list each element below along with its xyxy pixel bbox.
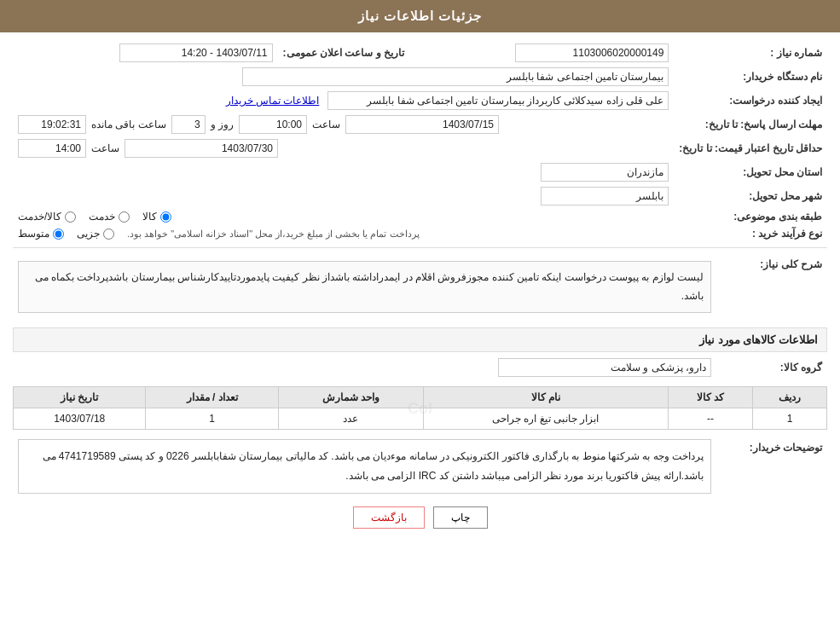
- cell-row: 1: [753, 408, 827, 430]
- type-label: طبقه بندی موضوعی:: [674, 208, 827, 225]
- goods-table-body: 1--ابزار جانبی تیغ اره جراحیعدد11403/07/…: [14, 408, 827, 430]
- goods-table-header-row: ردیف کد کالا نام کالا واحد شمارش تعداد /…: [14, 387, 827, 408]
- price-date: 1403/07/30: [125, 139, 278, 158]
- response-deadline-label: مهلت ارسال پاسخ: تا تاریخ:: [674, 113, 827, 136]
- col-header-date: تاریخ نیاز: [14, 387, 146, 408]
- city-value: بابلسر: [541, 187, 669, 205]
- need-number-label: شماره نیاز :: [674, 41, 827, 65]
- cell-code: --: [668, 408, 752, 430]
- process-radio-group: متوسط جزیی: [18, 228, 114, 240]
- row-province: استان محل تحویل: مازندران: [13, 160, 827, 184]
- goods-table-head: ردیف کد کالا نام کالا واحد شمارش تعداد /…: [14, 387, 827, 408]
- announce-value: 1403/07/11 - 14:20: [119, 43, 273, 62]
- page-wrapper: جزئیات اطلاعات نیاز شماره نیاز : 1103006…: [0, 0, 840, 625]
- goods-group-table: گروه کالا: دارو، پزشکی و سلامت: [13, 356, 827, 379]
- page-header: جزئیات اطلاعات نیاز: [0, 0, 840, 32]
- type-option-goods-label: کالا: [142, 211, 157, 223]
- page-title: جزئیات اطلاعات نیاز: [358, 9, 482, 23]
- row-buyer-note: توضیحات خریدار: پرداخت وجه به شرکتها منو…: [13, 437, 827, 496]
- col-header-name: نام کالا: [423, 387, 668, 408]
- process-label: نوع فرآیند خرید :: [674, 225, 827, 242]
- type-option-goods-service-label: کالا/خدمت: [18, 211, 61, 223]
- row-type: طبقه بندی موضوعی: کالا/خدمت خدمت کالا: [13, 208, 827, 225]
- cell-unit: عدد: [278, 408, 423, 430]
- buyer-note-label: توضیحات خریدار:: [716, 437, 827, 496]
- cell-name: ابزار جانبی تیغ اره جراحی: [423, 408, 668, 430]
- cell-quantity: 1: [146, 408, 278, 430]
- announce-label: تاریخ و ساعت اعلان عمومی:: [278, 41, 409, 65]
- row-price-deadline: حداقل تاریخ اعتبار قیمت: تا تاریخ: 14:00…: [13, 136, 827, 160]
- response-days: 3: [171, 115, 206, 134]
- col-header-row: ردیف: [753, 387, 827, 408]
- process-option-minor[interactable]: جزیی: [77, 228, 114, 240]
- process-option-medium-label: متوسط: [18, 228, 49, 240]
- col-header-unit: واحد شمارش: [278, 387, 423, 408]
- price-deadline-label: حداقل تاریخ اعتبار قیمت: تا تاریخ:: [674, 136, 827, 160]
- row-description: شرح کلی نیاز: لیست لوازم به پیوست درخواس…: [13, 253, 827, 321]
- type-radio-goods-service[interactable]: [65, 211, 76, 223]
- buyer-name-label: نام دستگاه خریدار:: [674, 65, 827, 89]
- goods-table-container: Col ردیف کد کالا نام کالا واحد شمارش تعد…: [13, 386, 827, 430]
- creator-link[interactable]: اطلاعات تماس خریدار: [226, 95, 320, 107]
- description-text: لیست لوازم به پیوست درخواست اینکه تامین …: [18, 261, 711, 313]
- province-value: مازندران: [541, 163, 669, 182]
- button-row: بازگشت چاپ: [13, 506, 827, 529]
- type-radio-group: کالا/خدمت خدمت کالا: [18, 211, 669, 223]
- row-process: نوع فرآیند خرید : متوسط جزیی: [13, 225, 827, 242]
- province-label: استان محل تحویل:: [674, 160, 827, 184]
- price-time: 14:00: [18, 139, 86, 158]
- creator-label: ایجاد کننده درخواست:: [674, 89, 827, 113]
- type-radio-service[interactable]: [119, 211, 130, 223]
- process-option-minor-label: جزیی: [77, 228, 100, 240]
- response-remaining-label: ساعت باقی مانده: [91, 119, 166, 130]
- price-time-label: ساعت: [91, 142, 119, 154]
- content-area: شماره نیاز : 1103006020000149 تاریخ و سا…: [0, 32, 840, 544]
- table-row: 1--ابزار جانبی تیغ اره جراحیعدد11403/07/…: [14, 408, 827, 430]
- city-label: شهر محل تحویل:: [674, 184, 827, 208]
- type-option-service[interactable]: خدمت: [89, 211, 130, 223]
- process-note: پرداخت تمام یا بخشی از مبلغ خرید،از محل …: [127, 229, 420, 240]
- buyer-note-text: پرداخت وجه به شرکتها منوط به بارگذاری فا…: [18, 439, 711, 494]
- goods-group-label: گروه کالا:: [716, 356, 827, 379]
- type-option-goods-service[interactable]: کالا/خدمت: [18, 211, 76, 223]
- buyer-name-value: بیمارستان تامین اجتماعی شفا بابلسر: [242, 67, 669, 86]
- info-table: شماره نیاز : 1103006020000149 تاریخ و سا…: [13, 41, 827, 242]
- process-radio-medium[interactable]: [53, 229, 64, 240]
- description-table: شرح کلی نیاز: لیست لوازم به پیوست درخواس…: [13, 253, 827, 321]
- divider-1: [13, 247, 827, 248]
- type-option-goods[interactable]: کالا: [142, 211, 171, 223]
- row-buyer-name: نام دستگاه خریدار: بیمارستان تامین اجتما…: [13, 65, 827, 89]
- creator-value: علی قلی زاده سیدکلائی کاربرداز بیمارستان…: [327, 91, 669, 110]
- description-label: شرح کلی نیاز:: [716, 253, 827, 321]
- type-option-service-label: خدمت: [89, 211, 115, 223]
- goods-table: ردیف کد کالا نام کالا واحد شمارش تعداد /…: [13, 386, 827, 430]
- row-city: شهر محل تحویل: بابلسر: [13, 184, 827, 208]
- response-time-label: ساعت: [312, 119, 340, 130]
- response-time: 10:00: [239, 115, 307, 134]
- row-response-deadline: مهلت ارسال پاسخ: تا تاریخ: 19:02:31 ساعت…: [13, 113, 827, 136]
- process-option-medium[interactable]: متوسط: [18, 228, 64, 240]
- col-header-code: کد کالا: [668, 387, 752, 408]
- goods-group-value: دارو، پزشکی و سلامت: [498, 358, 711, 377]
- row-need-announce: شماره نیاز : 1103006020000149 تاریخ و سا…: [13, 41, 827, 65]
- need-number-value: 1103006020000149: [515, 43, 669, 62]
- row-goods-group: گروه کالا: دارو، پزشکی و سلامت: [13, 356, 827, 379]
- type-radio-goods[interactable]: [160, 211, 171, 223]
- process-radio-minor[interactable]: [103, 229, 114, 240]
- goods-section-header: اطلاعات کالاهای مورد نیاز: [13, 327, 827, 352]
- response-remaining: 19:02:31: [18, 115, 86, 134]
- response-day-label: روز و: [211, 119, 234, 130]
- back-button[interactable]: بازگشت: [353, 506, 425, 529]
- cell-date: 1403/07/18: [14, 408, 146, 430]
- buyer-note-table: توضیحات خریدار: پرداخت وجه به شرکتها منو…: [13, 437, 827, 496]
- row-creator: ایجاد کننده درخواست: علی قلی زاده سیدکلا…: [13, 89, 827, 113]
- response-date: 1403/07/15: [345, 115, 499, 134]
- col-header-qty: تعداد / مقدار: [146, 387, 278, 408]
- print-button[interactable]: چاپ: [433, 506, 488, 529]
